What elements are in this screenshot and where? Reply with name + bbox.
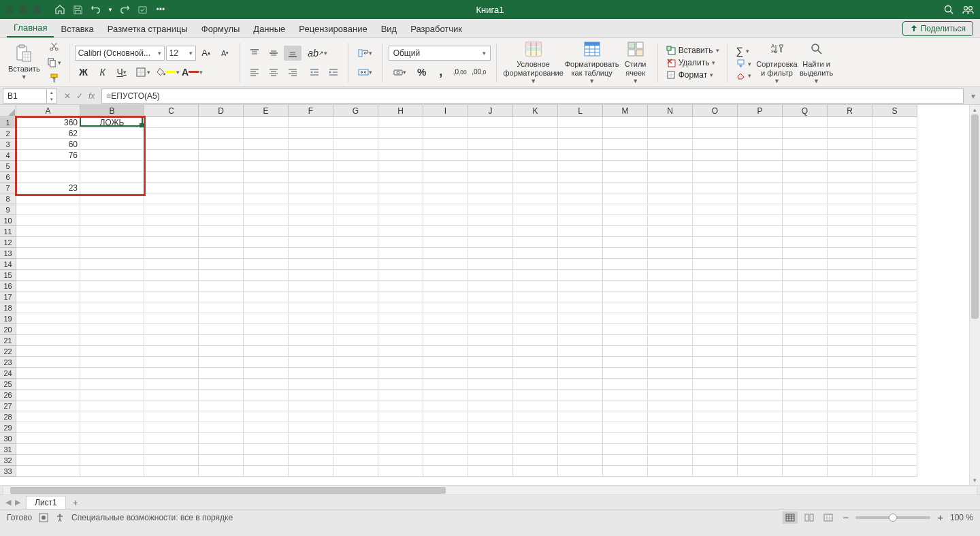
- cell-L14[interactable]: [558, 259, 603, 270]
- cell-P18[interactable]: [738, 302, 783, 313]
- row-header-6[interactable]: 6: [0, 172, 16, 183]
- cell-D10[interactable]: [199, 215, 244, 226]
- cell-I4[interactable]: [423, 150, 468, 161]
- column-header-Q[interactable]: Q: [783, 105, 828, 117]
- cell-A10[interactable]: [16, 215, 80, 226]
- cell-B24[interactable]: [80, 368, 144, 379]
- cell-O2[interactable]: [693, 128, 738, 139]
- cell-B10[interactable]: [80, 215, 144, 226]
- zoom-in-button[interactable]: +: [934, 511, 946, 523]
- cell-O29[interactable]: [693, 422, 738, 433]
- cell-N19[interactable]: [648, 313, 693, 324]
- cell-L27[interactable]: [558, 400, 603, 411]
- cell-E20[interactable]: [244, 324, 289, 335]
- cell-H16[interactable]: [378, 281, 423, 291]
- cell-I13[interactable]: [423, 248, 468, 259]
- cell-J32[interactable]: [468, 455, 513, 466]
- cell-A2[interactable]: 62: [16, 128, 80, 139]
- cell-O1[interactable]: [693, 117, 738, 128]
- cell-F20[interactable]: [289, 324, 333, 335]
- formula-input[interactable]: =ЕПУСТО(A5): [101, 89, 964, 104]
- cell-M20[interactable]: [603, 324, 648, 335]
- cell-K26[interactable]: [513, 390, 558, 400]
- cell-Q25[interactable]: [783, 379, 828, 390]
- cell-E12[interactable]: [244, 237, 289, 248]
- enter-formula-icon[interactable]: ✓: [76, 91, 83, 101]
- cell-Q13[interactable]: [783, 248, 828, 259]
- cell-L19[interactable]: [558, 313, 603, 324]
- cell-K33[interactable]: [513, 466, 558, 477]
- cell-L8[interactable]: [558, 193, 603, 204]
- cell-I30[interactable]: [423, 433, 468, 444]
- cell-N31[interactable]: [648, 444, 693, 455]
- cell-S26[interactable]: [872, 390, 917, 400]
- cell-A32[interactable]: [16, 455, 80, 466]
- column-header-A[interactable]: A: [16, 105, 80, 117]
- cell-R20[interactable]: [828, 324, 872, 335]
- cell-Q27[interactable]: [783, 400, 828, 411]
- cell-I3[interactable]: [423, 139, 468, 150]
- cell-B29[interactable]: [80, 422, 144, 433]
- row-header-19[interactable]: 19: [0, 313, 16, 324]
- cell-L2[interactable]: [558, 128, 603, 139]
- cell-J23[interactable]: [468, 357, 513, 368]
- cell-R32[interactable]: [828, 455, 872, 466]
- cell-H28[interactable]: [378, 411, 423, 422]
- redo-icon[interactable]: [120, 4, 131, 15]
- cell-H9[interactable]: [378, 204, 423, 215]
- cell-B26[interactable]: [80, 390, 144, 400]
- cell-D14[interactable]: [199, 259, 244, 270]
- cell-K10[interactable]: [513, 215, 558, 226]
- cell-J27[interactable]: [468, 400, 513, 411]
- cell-P19[interactable]: [738, 313, 783, 324]
- cell-E21[interactable]: [244, 335, 289, 346]
- cell-H22[interactable]: [378, 346, 423, 357]
- cell-C7[interactable]: [144, 183, 199, 193]
- merge-button[interactable]: ▾: [354, 65, 377, 80]
- cell-Q1[interactable]: [783, 117, 828, 128]
- add-sheet-button[interactable]: +: [66, 497, 85, 508]
- cell-C24[interactable]: [144, 368, 199, 379]
- cell-C1[interactable]: [144, 117, 199, 128]
- cell-M6[interactable]: [603, 172, 648, 183]
- cell-A24[interactable]: [16, 368, 80, 379]
- font-name-select[interactable]: Calibri (Основной...▾: [75, 46, 165, 61]
- cell-P27[interactable]: [738, 400, 783, 411]
- cell-S30[interactable]: [872, 433, 917, 444]
- cell-S6[interactable]: [872, 172, 917, 183]
- cell-O26[interactable]: [693, 390, 738, 400]
- cell-O17[interactable]: [693, 291, 738, 302]
- column-header-K[interactable]: K: [513, 105, 558, 117]
- macro-record-icon[interactable]: [39, 513, 48, 522]
- cell-R26[interactable]: [828, 390, 872, 400]
- cell-G11[interactable]: [333, 226, 378, 237]
- cell-A26[interactable]: [16, 390, 80, 400]
- cell-B18[interactable]: [80, 302, 144, 313]
- cell-N7[interactable]: [648, 183, 693, 193]
- cell-J20[interactable]: [468, 324, 513, 335]
- cell-B6[interactable]: [80, 172, 144, 183]
- row-header-5[interactable]: 5: [0, 161, 16, 172]
- cell-M9[interactable]: [603, 204, 648, 215]
- cell-C16[interactable]: [144, 281, 199, 291]
- align-center-button[interactable]: [265, 65, 282, 80]
- cell-R14[interactable]: [828, 259, 872, 270]
- cell-F3[interactable]: [289, 139, 333, 150]
- cell-I27[interactable]: [423, 400, 468, 411]
- cell-O20[interactable]: [693, 324, 738, 335]
- cell-J18[interactable]: [468, 302, 513, 313]
- cell-B19[interactable]: [80, 313, 144, 324]
- cell-N20[interactable]: [648, 324, 693, 335]
- cell-F32[interactable]: [289, 455, 333, 466]
- cell-M29[interactable]: [603, 422, 648, 433]
- cell-S17[interactable]: [872, 291, 917, 302]
- cell-M26[interactable]: [603, 390, 648, 400]
- cell-D1[interactable]: [199, 117, 244, 128]
- cell-E11[interactable]: [244, 226, 289, 237]
- cell-L13[interactable]: [558, 248, 603, 259]
- row-header-28[interactable]: 28: [0, 411, 16, 422]
- cell-O23[interactable]: [693, 357, 738, 368]
- cell-J6[interactable]: [468, 172, 513, 183]
- cell-C15[interactable]: [144, 270, 199, 281]
- row-header-12[interactable]: 12: [0, 237, 16, 248]
